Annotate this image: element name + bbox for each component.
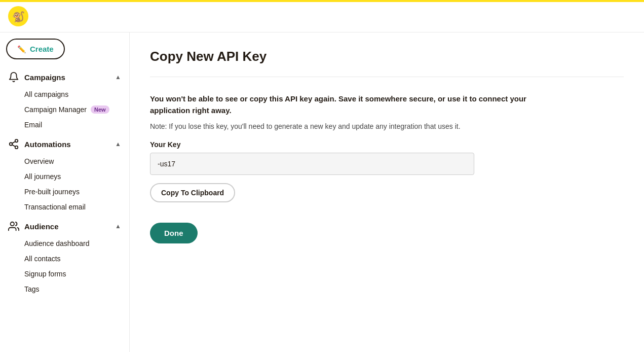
pencil-icon: ✏️ bbox=[17, 45, 26, 53]
campaigns-icon bbox=[8, 72, 19, 83]
warning-text: You won't be able to see or copy this AP… bbox=[150, 93, 535, 116]
main-content: Copy New API Key You won't be able to se… bbox=[130, 32, 644, 352]
page-title: Copy New API Key bbox=[150, 49, 624, 64]
sidebar-item-campaign-manager[interactable]: Campaign Manager New bbox=[0, 102, 129, 117]
svg-line-6 bbox=[12, 142, 15, 144]
automations-section-header[interactable]: Automations ▲ bbox=[0, 134, 129, 154]
sidebar-item-all-journeys[interactable]: All journeys bbox=[0, 169, 129, 184]
automations-icon bbox=[8, 138, 19, 150]
automations-items: Overview All journeys Pre-built journeys… bbox=[0, 154, 129, 215]
copy-to-clipboard-button[interactable]: Copy To Clipboard bbox=[150, 183, 235, 202]
audience-label: Audience bbox=[24, 222, 59, 231]
key-input-row bbox=[150, 153, 624, 175]
copy-button-wrapper: Copy To Clipboard bbox=[150, 183, 624, 215]
done-button-wrapper: Done bbox=[150, 223, 624, 243]
audience-items: Audience dashboard All contacts Signup f… bbox=[0, 236, 129, 297]
sidebar-item-tags[interactable]: Tags bbox=[0, 281, 129, 297]
divider bbox=[150, 77, 624, 77]
campaigns-chevron: ▲ bbox=[115, 74, 121, 81]
note-text: Note: If you lose this key, you'll need … bbox=[150, 122, 535, 130]
svg-text:🐒: 🐒 bbox=[12, 10, 25, 22]
audience-chevron: ▲ bbox=[115, 223, 121, 230]
sidebar-item-transactional-email[interactable]: Transactional email bbox=[0, 199, 129, 215]
sidebar: ✏️ Create Campaigns ▲ Al bbox=[0, 32, 130, 352]
new-badge: New bbox=[91, 105, 109, 114]
nav-section-audience: Audience ▲ Audience dashboard All contac… bbox=[0, 217, 129, 297]
create-label: Create bbox=[30, 45, 54, 53]
audience-icon bbox=[8, 221, 19, 232]
nav-section-automations: Automations ▲ Overview All journeys Pre-… bbox=[0, 134, 129, 215]
create-button[interactable]: ✏️ Create bbox=[6, 39, 65, 59]
svg-point-7 bbox=[11, 222, 14, 226]
campaigns-items: All campaigns Campaign Manager New Email bbox=[0, 87, 129, 132]
automations-label: Automations bbox=[24, 140, 71, 149]
done-button[interactable]: Done bbox=[150, 223, 198, 243]
mailchimp-logo[interactable]: 🐒 bbox=[8, 6, 28, 28]
sidebar-item-signup-forms[interactable]: Signup forms bbox=[0, 266, 129, 281]
campaigns-label: Campaigns bbox=[24, 73, 65, 82]
api-key-input[interactable] bbox=[150, 153, 474, 175]
layout: ✏️ Create Campaigns ▲ Al bbox=[0, 32, 644, 352]
sidebar-item-audience-dashboard[interactable]: Audience dashboard bbox=[0, 236, 129, 251]
header: 🐒 bbox=[0, 2, 644, 32]
campaigns-section-header[interactable]: Campaigns ▲ bbox=[0, 67, 129, 87]
svg-line-5 bbox=[12, 145, 15, 147]
key-label: Your Key bbox=[150, 140, 624, 149]
automations-chevron: ▲ bbox=[115, 140, 121, 148]
sidebar-item-email[interactable]: Email bbox=[0, 117, 129, 132]
nav-section-campaigns: Campaigns ▲ All campaigns Campaign Manag… bbox=[0, 67, 129, 132]
sidebar-item-all-campaigns[interactable]: All campaigns bbox=[0, 87, 129, 102]
sidebar-item-pre-built-journeys[interactable]: Pre-built journeys bbox=[0, 184, 129, 199]
sidebar-item-overview[interactable]: Overview bbox=[0, 154, 129, 169]
sidebar-item-all-contacts[interactable]: All contacts bbox=[0, 251, 129, 266]
audience-section-header[interactable]: Audience ▲ bbox=[0, 217, 129, 236]
